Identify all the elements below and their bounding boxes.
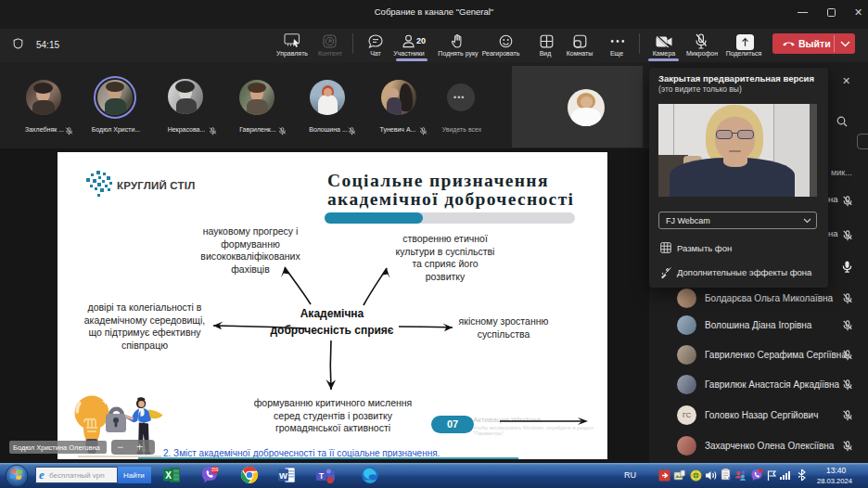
svg-text:W: W — [279, 470, 287, 481]
svg-text:359: 359 — [211, 468, 219, 472]
svg-text:T: T — [319, 471, 325, 481]
svg-text:X: X — [165, 470, 172, 481]
